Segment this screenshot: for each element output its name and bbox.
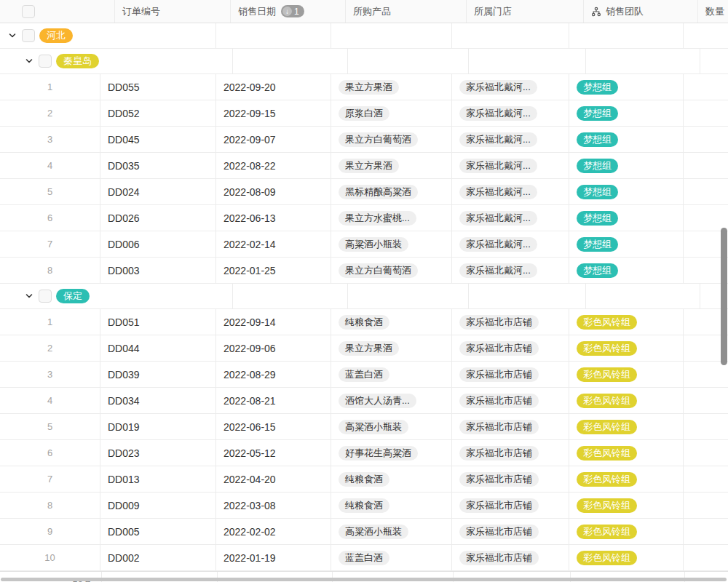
sort-indicator[interactable]: ↓ 1 (281, 5, 304, 17)
team-cell[interactable]: 彩色风铃组 (569, 388, 684, 413)
row-number[interactable]: 1 (0, 309, 100, 335)
row-number[interactable]: 2 (0, 100, 100, 126)
quantity-cell[interactable]: 102 (684, 388, 728, 413)
team-cell[interactable]: 梦想组 (569, 74, 684, 100)
quantity-cell[interactable]: 68 (684, 74, 728, 100)
date-cell[interactable]: 2022-09-20 (216, 74, 331, 100)
order-id-cell[interactable]: DD034 (100, 388, 216, 413)
product-cell[interactable]: 果立方果酒 (331, 335, 452, 361)
group-quantity-sum[interactable]: 求和1421 (684, 23, 728, 48)
order-id-cell[interactable]: DD051 (100, 309, 216, 335)
order-id-cell[interactable]: DD003 (100, 258, 216, 283)
store-cell[interactable]: 家乐福北戴河... (452, 205, 569, 231)
team-cell[interactable]: 彩色风铃组 (569, 362, 684, 387)
store-cell[interactable]: 家乐福北戴河... (452, 179, 569, 204)
team-cell[interactable]: 梦想组 (569, 205, 684, 231)
date-cell[interactable]: 2022-06-13 (216, 205, 331, 231)
store-cell[interactable]: 家乐福北市店铺 (452, 335, 569, 361)
date-cell[interactable]: 2022-09-14 (216, 309, 331, 335)
row-number[interactable]: 5 (0, 179, 100, 204)
date-cell[interactable]: 2022-09-15 (216, 100, 331, 126)
row-number[interactable]: 1 (0, 74, 100, 100)
product-cell[interactable]: 黑标精酿高粱酒 (331, 179, 452, 204)
column-header-team[interactable]: 销售团队 (584, 0, 698, 23)
order-id-cell[interactable]: DD013 (100, 466, 216, 492)
quantity-cell[interactable]: 55 (684, 519, 728, 544)
date-cell[interactable]: 2022-08-22 (216, 153, 331, 178)
store-cell[interactable]: 家乐福北市店铺 (452, 545, 569, 570)
quantity-cell[interactable]: 59 (684, 493, 728, 518)
row-number[interactable]: 8 (0, 258, 100, 283)
product-cell[interactable]: 果立方果酒 (331, 74, 452, 100)
order-id-cell[interactable]: DD023 (100, 440, 216, 466)
product-cell[interactable]: 果立方白葡萄酒 (331, 127, 452, 152)
row-number[interactable]: 4 (0, 388, 100, 413)
row-number[interactable]: 7 (0, 231, 100, 257)
row-number[interactable]: 3 (0, 362, 100, 387)
quantity-cell[interactable]: 64 (684, 179, 728, 204)
column-header-store[interactable]: 所属门店 (467, 0, 584, 23)
team-cell[interactable]: 彩色风铃组 (569, 335, 684, 361)
date-cell[interactable]: 2022-01-19 (216, 545, 331, 570)
date-cell[interactable]: 2022-03-08 (216, 493, 331, 518)
team-cell[interactable]: 梦想组 (569, 127, 684, 152)
store-cell[interactable]: 家乐福北戴河... (452, 100, 569, 126)
group-badge[interactable]: 保定 (56, 289, 90, 303)
group-checkbox[interactable] (39, 290, 52, 303)
team-cell[interactable]: 彩色风铃组 (569, 545, 684, 570)
order-id-cell[interactable]: DD052 (100, 100, 216, 126)
store-cell[interactable]: 家乐福北市店铺 (452, 309, 569, 335)
product-cell[interactable]: 好事花生高粱酒 (331, 440, 452, 466)
chevron-down-icon[interactable] (24, 56, 34, 66)
date-cell[interactable]: 2022-09-07 (216, 127, 331, 152)
date-cell[interactable]: 2022-02-14 (216, 231, 331, 257)
store-cell[interactable]: 家乐福北戴河... (452, 74, 569, 100)
column-header-order-id[interactable]: 订单编号 (115, 0, 231, 23)
order-id-cell[interactable]: DD039 (100, 362, 216, 387)
column-header-sale-date[interactable]: 销售日期 ↓ 1 (231, 0, 346, 23)
team-cell[interactable]: 彩色风铃组 (569, 440, 684, 466)
product-cell[interactable]: 果立方水蜜桃... (331, 205, 452, 231)
team-cell[interactable]: 梦想组 (569, 153, 684, 178)
order-id-cell[interactable]: DD019 (100, 414, 216, 439)
store-cell[interactable]: 家乐福北戴河... (452, 231, 569, 257)
quantity-cell[interactable]: 53 (684, 414, 728, 439)
vertical-scrollbar[interactable] (721, 228, 727, 365)
product-cell[interactable]: 果立方白葡萄酒 (331, 258, 452, 283)
team-cell[interactable]: 彩色风铃组 (569, 493, 684, 518)
row-number[interactable]: 6 (0, 440, 100, 466)
product-cell[interactable]: 原浆白酒 (331, 100, 452, 126)
store-cell[interactable]: 家乐福北戴河... (452, 258, 569, 283)
date-cell[interactable]: 2022-08-21 (216, 388, 331, 413)
order-id-cell[interactable]: DD005 (100, 519, 216, 544)
order-id-cell[interactable]: DD044 (100, 335, 216, 361)
team-cell[interactable]: 彩色风铃组 (569, 309, 684, 335)
store-cell[interactable]: 家乐福北市店铺 (452, 466, 569, 492)
column-header-product[interactable]: 所购产品 (346, 0, 467, 23)
order-id-cell[interactable]: DD055 (100, 74, 216, 100)
quantity-cell[interactable]: 85 (684, 153, 728, 178)
product-cell[interactable]: 酒馆大人汤青... (331, 388, 452, 413)
date-cell[interactable]: 2022-05-12 (216, 440, 331, 466)
order-id-cell[interactable]: DD002 (100, 545, 216, 570)
quantity-cell[interactable]: 80 (684, 466, 728, 492)
product-cell[interactable]: 高粱酒小瓶装 (331, 231, 452, 257)
quantity-cell[interactable]: 143 (684, 100, 728, 126)
chevron-down-icon[interactable] (7, 31, 17, 41)
product-cell[interactable]: 纯粮食酒 (331, 466, 452, 492)
horizontal-scrollbar[interactable] (1, 578, 727, 581)
row-number[interactable]: 7 (0, 466, 100, 492)
product-cell[interactable]: 蓝盖白酒 (331, 545, 452, 570)
team-cell[interactable]: 梦想组 (569, 258, 684, 283)
order-id-cell[interactable]: DD006 (100, 231, 216, 257)
store-cell[interactable]: 家乐福北市店铺 (452, 440, 569, 466)
product-cell[interactable]: 纯粮食酒 (331, 493, 452, 518)
group-badge[interactable]: 秦皇岛 (56, 54, 99, 68)
store-cell[interactable]: 家乐福北戴河... (452, 127, 569, 152)
group-checkbox[interactable] (39, 55, 52, 68)
row-number[interactable]: 4 (0, 153, 100, 178)
date-cell[interactable]: 2022-08-09 (216, 179, 331, 204)
quantity-cell[interactable]: 101 (684, 362, 728, 387)
row-number[interactable]: 6 (0, 205, 100, 231)
date-cell[interactable]: 2022-02-02 (216, 519, 331, 544)
